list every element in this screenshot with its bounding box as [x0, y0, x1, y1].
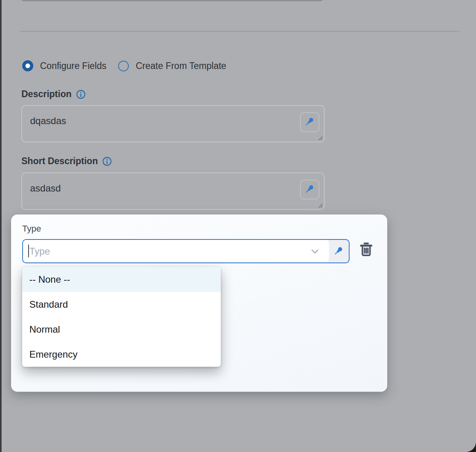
radio-create-from-template[interactable]: Create From Template — [118, 61, 226, 71]
cutoff-textarea-edge — [21, 0, 323, 1]
text-caret — [28, 245, 29, 257]
chevron-down-icon[interactable] — [310, 246, 320, 257]
dropdown-option-emergency[interactable]: Emergency — [22, 342, 221, 367]
dropdown-option-none[interactable]: -- None -- — [22, 267, 221, 292]
resize-handle-icon[interactable] — [317, 202, 323, 208]
short-description-textarea[interactable]: asdasd — [21, 172, 325, 210]
dropdown-option-normal[interactable]: Normal — [22, 317, 221, 342]
dropdown-option-standard[interactable]: Standard — [22, 292, 221, 317]
short-description-label: Short Description — [21, 156, 98, 167]
type-combobox-input[interactable]: Type — [23, 240, 329, 262]
radio-label: Configure Fields — [40, 61, 106, 71]
type-combobox[interactable]: Type — [22, 239, 350, 263]
radio-configure-fields[interactable]: Configure Fields — [22, 60, 106, 71]
type-label: Type — [22, 224, 41, 234]
description-field-wrap: dqasdas — [21, 105, 325, 142]
radio-label: Create From Template — [136, 61, 226, 71]
resize-handle-icon[interactable] — [317, 135, 323, 140]
info-icon[interactable] — [76, 89, 86, 100]
dimmed-form-overlay: Configure Fields Create From Template De… — [2, 0, 476, 452]
short-description-field-wrap: asdasd — [21, 172, 325, 210]
pin-button[interactable] — [300, 180, 319, 199]
description-textarea[interactable]: dqasdas — [21, 105, 325, 142]
info-icon[interactable] — [102, 156, 112, 167]
pin-button[interactable] — [300, 112, 319, 132]
pin-button[interactable] — [329, 240, 349, 262]
type-placeholder: Type — [29, 246, 50, 257]
mode-radio-group: Configure Fields Create From Template — [22, 60, 226, 71]
section-divider — [20, 31, 459, 32]
radio-unselected-icon[interactable] — [118, 61, 129, 71]
type-dropdown-list: -- None -- Standard Normal Emergency — [22, 267, 221, 367]
type-field-spotlight-card: Type Type — [11, 215, 387, 392]
short-description-label-row: Short Description — [21, 156, 112, 167]
description-label: Description — [21, 89, 72, 100]
description-label-row: Description — [21, 89, 86, 100]
delete-field-button[interactable] — [357, 241, 375, 258]
radio-selected-icon[interactable] — [22, 60, 33, 71]
